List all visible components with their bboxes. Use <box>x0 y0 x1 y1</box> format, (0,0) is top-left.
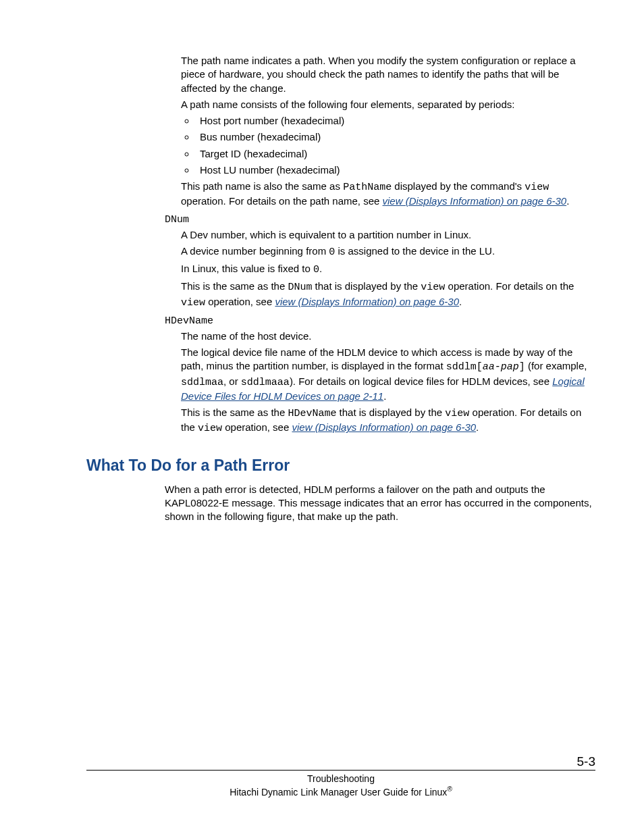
code-view: view <box>198 423 222 434</box>
code-sddlmaaa: sddlmaaa <box>241 377 290 388</box>
pathname-description: The path name indicates a path. When you… <box>181 54 595 209</box>
hdevname-p1: The name of the host device. <box>181 330 595 343</box>
dnum-description: A Dev number, which is equivalent to a p… <box>181 228 595 310</box>
code-zero: 0 <box>329 246 335 258</box>
dnum-p3: In Linux, this value is fixed to 0. <box>181 262 595 277</box>
pathname-intro-1: The path name indicates a path. When you… <box>181 54 595 95</box>
code-dnum: DNum <box>288 282 312 293</box>
pathname-intro-2: A path name consists of the following fo… <box>181 98 595 111</box>
pathname-note: This path name is also the same as PathN… <box>181 180 595 209</box>
code-pathname: PathName <box>343 182 392 193</box>
section-body-p1: When a path error is detected, HDLM perf… <box>165 483 595 524</box>
code-view: view <box>421 282 445 293</box>
registered-symbol: ® <box>447 785 452 793</box>
xref-view-displays-info[interactable]: view (Displays Information) on page 6-30 <box>292 421 476 433</box>
list-item: Host LU number (hexadecimal) <box>196 163 595 177</box>
code-view: view <box>181 297 205 309</box>
code-sddlm: sddlm[aa-pap] <box>446 361 525 373</box>
xref-view-displays-info[interactable]: view (Displays Information) on page 6-30 <box>275 296 459 307</box>
footer-section-title: Troubleshooting <box>86 773 595 784</box>
section-body: When a path error is detected, HDLM perf… <box>165 483 595 524</box>
page-number: 5-3 <box>577 754 595 769</box>
dnum-p1: A Dev number, which is equivalent to a p… <box>181 228 595 242</box>
page-footer: 5-3 Troubleshooting Hitachi Dynamic Link… <box>86 770 595 798</box>
hdevname-p2: The logical device file name of the HDLM… <box>181 346 595 403</box>
pathname-elements-list: Host port number (hexadecimal) Bus numbe… <box>181 114 595 177</box>
hdevname-p3: This is the same as the HDevName that is… <box>181 406 595 436</box>
footer-doc-title: Hitachi Dynamic Link Manager User Guide … <box>86 785 595 798</box>
code-hdevname: HDevName <box>288 408 336 419</box>
code-sddlmaa: sddlmaa <box>181 377 223 388</box>
term-hdevname: HDevName <box>165 315 595 327</box>
section-heading-path-error: What To Do for a Path Error <box>86 457 595 475</box>
list-item: Target ID (hexadecimal) <box>196 147 595 161</box>
hdevname-description: The name of the host device. The logical… <box>181 330 595 436</box>
code-view: view <box>445 408 469 419</box>
code-view: view <box>525 182 549 193</box>
xref-view-displays-info[interactable]: view (Displays Information) on page 6-30 <box>383 195 567 207</box>
term-dnum: DNum <box>165 214 595 226</box>
list-item: Bus number (hexadecimal) <box>196 130 595 144</box>
dnum-p2: A device number beginning from 0 is assi… <box>181 244 595 259</box>
list-item: Host port number (hexadecimal) <box>196 114 595 128</box>
dnum-p4: This is the same as the DNum that is dis… <box>181 280 595 310</box>
code-zero: 0 <box>313 264 319 276</box>
